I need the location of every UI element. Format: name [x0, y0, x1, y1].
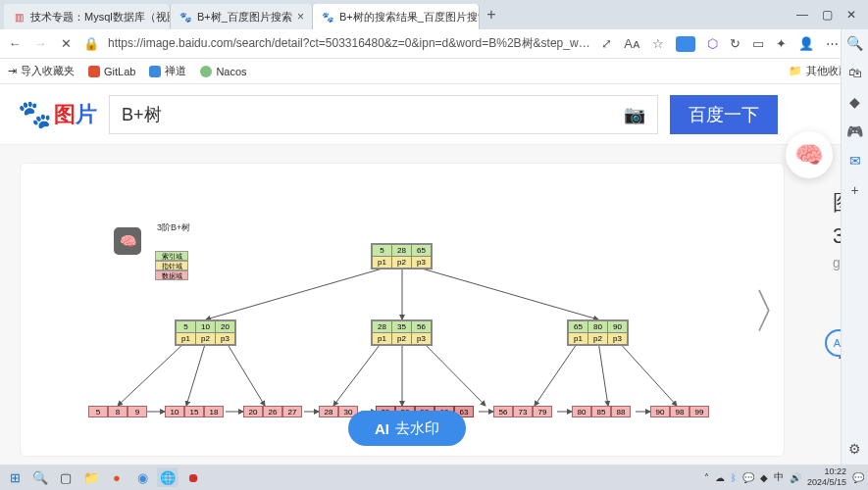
start-button[interactable]: ⊞: [4, 467, 26, 487]
svg-line-4: [186, 341, 206, 406]
bookmark-gitlab[interactable]: GitLab: [88, 66, 135, 77]
tree-leaf-5: 567379: [493, 406, 552, 417]
ai-icon: AI: [375, 420, 389, 437]
svg-line-6: [333, 341, 383, 406]
tab-title: 技术专题：Mysql数据库（视图: [30, 10, 171, 24]
sidebar-mail-icon[interactable]: ✉: [849, 153, 861, 169]
clock-time: 10:22: [807, 466, 846, 477]
tree-leaf-6: 808588: [572, 406, 631, 417]
svg-line-8: [422, 341, 485, 406]
watermark-label: 去水印: [395, 419, 439, 438]
legend-data: 数据域: [155, 270, 188, 280]
maximize-button[interactable]: ▢: [822, 8, 833, 22]
bing-icon[interactable]: [676, 36, 695, 52]
tree-mid-node-2: 658090 p1p2p3: [567, 319, 629, 346]
taskbar-search[interactable]: 🔍: [29, 467, 51, 487]
browser-tab-0[interactable]: ▥ 技术专题：Mysql数据库（视图 ×: [4, 4, 171, 29]
new-tab-button[interactable]: +: [480, 6, 503, 24]
baidu-header: 🐾 图片 B+树 📷 百度一下: [0, 84, 841, 145]
sidebar-settings-icon[interactable]: ⚙: [848, 441, 861, 457]
svg-line-5: [226, 341, 265, 406]
tray-ime[interactable]: 中: [774, 470, 784, 484]
svg-line-0: [206, 269, 383, 319]
ai-assistant-float[interactable]: 🧠: [786, 131, 833, 178]
browser-tab-1[interactable]: 🐾 B+树_百度图片搜索 ×: [171, 4, 313, 29]
sidebar-tools-icon[interactable]: ◆: [849, 94, 860, 110]
forward-button[interactable]: →: [31, 35, 49, 53]
edge-sidebar: 🔍 🛍 ◆ 🎮 ✉ + ⚙: [841, 29, 868, 465]
reading-mode-icon[interactable]: Aᴀ: [624, 36, 640, 51]
bookmark-label: GitLab: [104, 66, 135, 77]
bookmark-label: Nacos: [216, 66, 246, 77]
tray-volume-icon[interactable]: 🔊: [790, 472, 801, 483]
collections-icon[interactable]: ▭: [752, 36, 764, 51]
remove-watermark-button[interactable]: AI 去水印: [348, 411, 466, 446]
site-info-icon[interactable]: 🔒: [82, 35, 100, 53]
side-info-panel: 图 3 ge: [833, 188, 841, 276]
stop-button[interactable]: ✕: [57, 35, 75, 53]
extensions-icon[interactable]: ✦: [776, 36, 787, 51]
diagram-brain-icon: 🧠: [114, 227, 141, 255]
diagram-title: 3阶B+树: [157, 221, 190, 234]
tray-bluetooth-icon[interactable]: ᛒ: [731, 472, 737, 483]
baidu-icon: 🐾: [321, 10, 334, 24]
tree-mid-node-1: 283556 p1p2p3: [371, 319, 433, 346]
favorite-icon[interactable]: ☆: [652, 36, 664, 51]
tree-leaf-0: 589: [88, 406, 147, 417]
tray-cloud-icon[interactable]: ☁: [715, 472, 725, 483]
profile-icon[interactable]: 👤: [798, 36, 814, 51]
tree-leaf-7: 909899: [650, 406, 709, 417]
svg-line-9: [535, 341, 579, 406]
file-explorer[interactable]: 📁: [80, 467, 102, 487]
back-button[interactable]: ←: [6, 35, 24, 53]
sidebar-search-icon[interactable]: 🔍: [846, 35, 863, 51]
task-view[interactable]: ▢: [55, 467, 77, 487]
page-content: 🐾 图片 B+树 📷 百度一下 🧠 〉 图 3 ge AI 你 3阶B+树 🧠 …: [0, 84, 841, 465]
tree-leaf-2: 202627: [243, 406, 302, 417]
bookmark-label: 禅道: [165, 64, 186, 78]
refresh-sync-icon[interactable]: ↻: [730, 36, 740, 51]
sidebar-games-icon[interactable]: 🎮: [846, 123, 863, 139]
edge-browser[interactable]: 🌐: [157, 467, 179, 487]
system-tray: ˄ ☁ ᛒ 💬 ◆ 中 🔊 10:22 2024/5/15 💬: [704, 466, 864, 488]
sidebar-shopping-icon[interactable]: 🛍: [848, 65, 862, 80]
baidu-logo-text: 图片: [54, 100, 97, 129]
tree-mid-node-0: 51020 p1p2p3: [175, 319, 236, 346]
windows-taskbar: ⊞ 🔍 ▢ 📁 ● ◉ 🌐 ⏺ ˄ ☁ ᛒ 💬 ◆ 中 🔊 10:22 2024…: [0, 465, 868, 490]
tray-expand[interactable]: ˄: [704, 472, 709, 483]
extension-icon[interactable]: ⬡: [707, 36, 718, 51]
zoom-icon[interactable]: ⤢: [601, 36, 612, 51]
close-tab-icon[interactable]: ×: [297, 10, 304, 24]
svg-line-3: [118, 341, 186, 406]
import-bookmarks[interactable]: ⇥ 导入收藏夹: [8, 64, 75, 78]
bookmark-zentao[interactable]: 禅道: [149, 64, 186, 78]
zentao-icon: [149, 66, 161, 77]
search-input[interactable]: B+树 📷: [109, 95, 658, 134]
camera-icon[interactable]: 📷: [624, 104, 645, 125]
url-field[interactable]: https://image.baidu.com/search/detail?ct…: [108, 35, 593, 52]
bookmark-nacos[interactable]: Nacos: [200, 66, 246, 77]
address-bar: ← → ✕ 🔒 https://image.baidu.com/search/d…: [0, 29, 868, 59]
close-window-button[interactable]: ✕: [846, 8, 856, 22]
tray-wechat-icon[interactable]: 💬: [742, 472, 754, 483]
baidu-logo[interactable]: 🐾 图片: [18, 98, 97, 130]
menu-icon[interactable]: ⋯: [826, 36, 839, 51]
tree-root-node: 52865 p1p2p3: [371, 243, 433, 270]
baidu-icon: 🐾: [179, 10, 192, 24]
minimize-button[interactable]: —: [796, 8, 808, 22]
notifications-icon[interactable]: 💬: [852, 472, 864, 483]
next-image-button[interactable]: 〉: [752, 280, 799, 343]
tab-title: B+树的搜索结果_百度图片搜索: [339, 10, 480, 24]
tray-app-icon[interactable]: ◆: [760, 472, 768, 483]
taskbar-clock[interactable]: 10:22 2024/5/15: [807, 466, 846, 488]
nacos-icon: [200, 66, 212, 77]
browser-tab-2[interactable]: 🐾 B+树的搜索结果_百度图片搜索 ×: [313, 4, 480, 29]
svg-line-10: [598, 341, 608, 406]
search-button[interactable]: 百度一下: [670, 95, 778, 134]
sidebar-add-icon[interactable]: +: [850, 182, 858, 198]
app-1[interactable]: ●: [106, 467, 128, 487]
app-2[interactable]: ◉: [131, 467, 153, 487]
baidu-paw-icon: 🐾: [18, 98, 52, 130]
side-char-2: 3: [833, 223, 841, 249]
app-recording[interactable]: ⏺: [182, 467, 204, 487]
